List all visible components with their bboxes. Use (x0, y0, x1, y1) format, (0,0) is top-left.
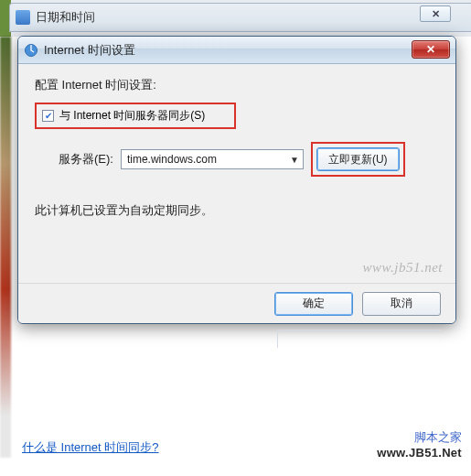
update-now-label: 立即更新(U) (328, 152, 388, 168)
highlight-sync-checkbox: ✔ 与 Internet 时间服务器同步(S) (35, 103, 236, 129)
globe-clock-icon (24, 43, 38, 58)
close-icon: ✕ (426, 43, 435, 56)
help-link[interactable]: 什么是 Internet 时间同步? (22, 439, 159, 456)
parent-panel-edge (277, 330, 442, 348)
site-name-zh: 脚本之家 (377, 429, 462, 446)
sync-status-text: 此计算机已设置为自动定期同步。 (35, 202, 439, 219)
dialog-titlebar[interactable]: Internet 时间设置 ✕ (18, 37, 455, 64)
server-row: 服务器(E): time.windows.com ▼ 立即更新(U) (59, 142, 439, 177)
close-icon: ✕ (432, 8, 440, 20)
site-name-en: www.JB51.Net (377, 446, 462, 460)
sync-checkbox-row[interactable]: ✔ 与 Internet 时间服务器同步(S) (42, 108, 229, 124)
sync-checkbox-label: 与 Internet 时间服务器同步(S) (59, 108, 205, 124)
dialog-title: Internet 时间设置 (44, 42, 135, 59)
sync-checkbox[interactable]: ✔ (42, 110, 54, 122)
internet-time-settings-dialog: Internet 时间设置 ✕ 配置 Internet 时间设置: ✔ 与 In… (17, 36, 456, 324)
server-dropdown[interactable]: time.windows.com ▼ (121, 149, 304, 169)
server-dropdown-value: time.windows.com (127, 153, 217, 166)
watermark-text: www.jb51.net (363, 260, 443, 276)
parent-window-title: 日期和时间 (36, 9, 95, 26)
page-backdrop: 日期和时间 ✕ Internet 时间设置 ✕ 配置 Internet 时间设置… (0, 0, 471, 476)
dialog-body: 配置 Internet 时间设置: ✔ 与 Internet 时间服务器同步(S… (18, 64, 455, 283)
update-now-button[interactable]: 立即更新(U) (316, 147, 400, 171)
dialog-heading: 配置 Internet 时间设置: (35, 77, 439, 93)
datetime-icon (16, 10, 30, 25)
ok-button[interactable]: 确定 (274, 292, 353, 316)
chevron-down-icon: ▼ (290, 155, 299, 165)
background-blur-side (0, 37, 11, 458)
cancel-button-label: 取消 (391, 296, 412, 311)
dialog-footer: 确定 取消 (18, 283, 455, 323)
server-label: 服务器(E): (59, 151, 113, 168)
parent-window-titlebar: 日期和时间 ✕ (9, 3, 471, 32)
cancel-button[interactable]: 取消 (362, 292, 441, 316)
site-footer: 脚本之家 www.JB51.Net (377, 429, 462, 460)
highlight-update-button: 立即更新(U) (311, 142, 405, 177)
parent-window-close-button[interactable]: ✕ (420, 5, 451, 22)
ok-button-label: 确定 (303, 296, 325, 311)
checkmark-icon: ✔ (45, 112, 52, 121)
dialog-close-button[interactable]: ✕ (412, 40, 450, 59)
